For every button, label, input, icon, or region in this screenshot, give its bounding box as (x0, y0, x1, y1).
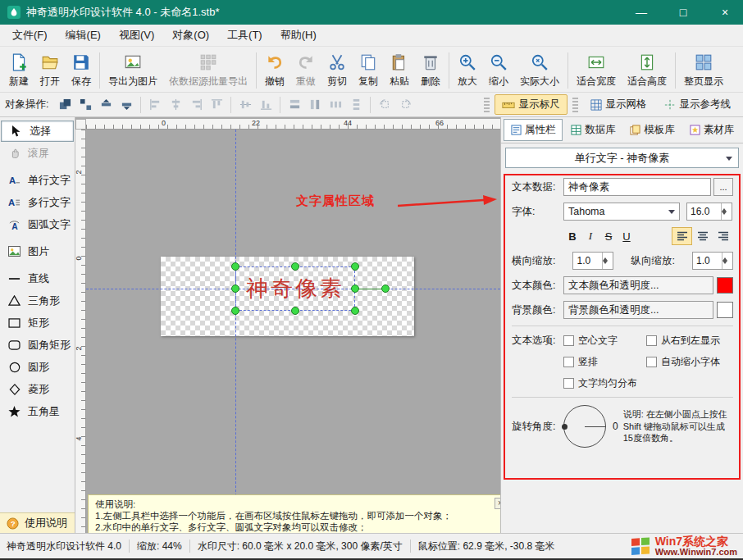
object-selector-dropdown[interactable]: 单行文字 - 神奇像素 (505, 148, 739, 168)
whole-page-button[interactable]: 整页显示 (678, 49, 729, 92)
text-color-button[interactable]: 文本颜色和透明度... (563, 276, 713, 294)
menu-object[interactable]: 对象(O) (163, 25, 218, 46)
cut-button[interactable]: 剪切 (321, 49, 353, 92)
spin-up-icon[interactable] (722, 253, 727, 261)
usage-help-button[interactable]: ? 使用说明 (0, 512, 75, 533)
align-right-icon[interactable] (187, 96, 205, 114)
selection-handle-e[interactable] (351, 285, 359, 293)
maximize-button[interactable]: □ (665, 0, 701, 25)
menu-edit[interactable]: 编辑(E) (57, 25, 110, 46)
tool-circle[interactable]: 圆形 (0, 356, 75, 378)
tab-templates[interactable]: 模板库 (624, 119, 681, 141)
font-select[interactable]: Tahoma (563, 203, 680, 221)
checkbox-auto-shrink-font[interactable]: 自动缩小字体 (646, 355, 720, 369)
align-top-icon[interactable] (207, 96, 226, 114)
spin-down-icon[interactable] (722, 261, 727, 269)
tab-materials[interactable]: 素材库 (683, 119, 741, 141)
show-guides-toggle[interactable]: 显示参考线 (657, 94, 739, 115)
text-data-more-button[interactable]: ... (713, 178, 733, 196)
save-button[interactable]: 保存 (66, 49, 97, 92)
same-width-icon[interactable] (285, 96, 303, 114)
checkbox-vertical-text[interactable]: 竖排 (563, 355, 643, 369)
selection-handle-sw[interactable] (231, 307, 239, 315)
watermark-text-object[interactable]: 神奇像素 (235, 266, 355, 311)
toolbar-grip[interactable] (484, 98, 490, 112)
align-right-button[interactable] (713, 227, 733, 245)
copy-button[interactable]: 复制 (353, 49, 384, 92)
new-button[interactable]: 新建 (3, 49, 34, 92)
send-backward-icon[interactable] (117, 96, 135, 114)
bring-forward-icon[interactable] (97, 96, 115, 114)
rotate-left-icon[interactable] (376, 96, 394, 114)
checkbox-right-to-left[interactable]: 从右到左显示 (646, 334, 720, 348)
tab-properties[interactable]: 属性栏 (504, 119, 563, 141)
close-button[interactable]: × (707, 0, 743, 25)
undo-button[interactable]: 撤销 (259, 49, 290, 92)
h-scale-spinner[interactable]: 1.0 (572, 252, 613, 270)
tool-arc-text[interactable]: A 圆弧文字 (0, 213, 75, 235)
same-height-icon[interactable] (306, 96, 324, 114)
menu-tools[interactable]: 工具(T) (218, 25, 271, 46)
tool-rounded-rectangle[interactable]: 圆角矩形 (0, 334, 75, 356)
help-box-close-button[interactable]: × (495, 498, 500, 509)
tool-multi-line-text[interactable]: A 多行文字 (0, 191, 75, 213)
selection-handle-nw[interactable] (231, 262, 239, 271)
show-ruler-toggle[interactable]: 显示标尺 (495, 94, 568, 115)
zoom-in-button[interactable]: 放大 (452, 49, 483, 92)
align-left-button[interactable] (672, 227, 692, 245)
show-grid-toggle[interactable]: 显示网格 (583, 94, 654, 115)
align-left-icon[interactable] (146, 96, 164, 114)
tool-star[interactable]: 五角星 (0, 400, 75, 422)
tab-database[interactable]: 数据库 (564, 119, 622, 141)
tool-rectangle[interactable]: 矩形 (0, 312, 75, 334)
minimize-button[interactable]: — (623, 0, 659, 25)
selection-handle-w[interactable] (231, 285, 239, 293)
align-middle-v-icon[interactable] (236, 96, 254, 114)
equal-spacing-v-icon[interactable] (347, 96, 365, 114)
tool-single-line-text[interactable]: A 单行文字 (0, 169, 75, 191)
tool-triangle[interactable]: 三角形 (0, 289, 75, 312)
rotation-dial-dot[interactable] (562, 424, 568, 430)
delete-button[interactable]: 删除 (415, 49, 446, 92)
actual-size-button[interactable]: 实际大小 (514, 49, 565, 92)
merge-objects-icon[interactable] (56, 96, 74, 114)
spin-down-icon[interactable] (603, 261, 608, 269)
italic-button[interactable]: I (581, 227, 599, 245)
rotation-dial[interactable] (563, 405, 606, 448)
menu-file[interactable]: 文件(F) (3, 25, 57, 46)
rotate-right-icon[interactable] (396, 96, 414, 114)
fit-height-button[interactable]: 适合高度 (622, 49, 672, 92)
redo-button[interactable]: 重做 (290, 49, 321, 92)
menu-view[interactable]: 视图(V) (110, 25, 163, 46)
text-data-input[interactable]: 神奇像素 (563, 178, 711, 196)
zoom-out-button[interactable]: 缩小 (483, 49, 514, 92)
open-button[interactable]: 打开 (34, 49, 66, 92)
checkbox-hollow-text[interactable]: 空心文字 (563, 334, 643, 348)
bold-button[interactable]: B (563, 227, 581, 245)
tool-image[interactable]: 图片 (0, 240, 75, 262)
tool-diamond[interactable]: 菱形 (0, 378, 75, 400)
selection-handle-se[interactable] (351, 307, 359, 315)
align-center-h-icon[interactable] (166, 96, 185, 114)
tool-scroll[interactable]: 滚屏 (0, 142, 75, 164)
export-image-button[interactable]: 导出为图片 (103, 49, 163, 92)
spin-up-icon[interactable] (603, 253, 608, 261)
text-color-swatch[interactable] (717, 277, 733, 294)
spin-down-icon[interactable] (722, 212, 727, 220)
selection-handle-n[interactable] (291, 262, 299, 271)
batch-export-button[interactable]: 依数据源批量导出 (163, 49, 253, 92)
v-scale-spinner[interactable]: 1.0 (692, 252, 733, 270)
selection-handle-ne[interactable] (351, 262, 359, 271)
tool-line[interactable]: 直线 (0, 267, 75, 289)
rotation-handle[interactable] (381, 285, 390, 293)
selection-handle-s[interactable] (291, 307, 299, 315)
toolbar-grip[interactable] (572, 98, 578, 112)
split-objects-icon[interactable] (76, 96, 94, 114)
align-bottom-icon[interactable] (257, 96, 275, 114)
align-center-button[interactable] (692, 227, 713, 245)
drawing-canvas[interactable]: 神奇像素 文字属性区域 使用说明: 1.左侧工具栏中选择一个功能后，在画布区域按… (86, 130, 500, 533)
spin-up-icon[interactable] (722, 203, 727, 212)
equal-spacing-h-icon[interactable] (326, 96, 344, 114)
strikethrough-button[interactable]: S (599, 227, 618, 245)
fit-width-button[interactable]: 适合宽度 (571, 49, 622, 92)
